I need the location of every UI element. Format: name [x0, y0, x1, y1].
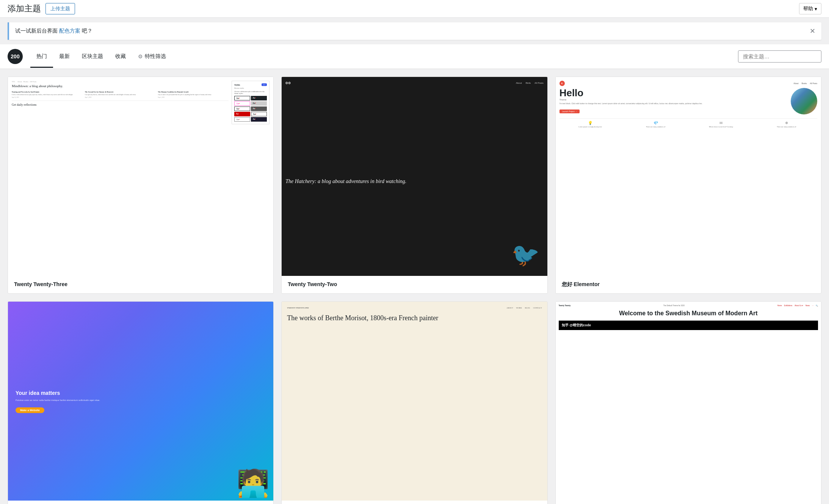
tab-newest[interactable]: 最新 [53, 50, 76, 63]
theme-name-tt21: Twenty Twenty-One [282, 501, 547, 504]
tab-favorites[interactable]: 收藏 [109, 50, 132, 63]
search-input[interactable] [738, 50, 821, 63]
astra-subtext: Pulvinar enim ac tortor nulla facilisi t… [16, 399, 266, 402]
chevron-down-icon: ▾ [815, 6, 817, 12]
header-left: 添加主题 上传主题 [8, 3, 75, 14]
theme-name-tt2: Twenty Twenty-Two [282, 276, 547, 293]
help-label: 帮助 [803, 5, 813, 12]
theme-count-badge: 200 [8, 49, 23, 64]
filter-tabs: 热门 最新 区块主题 收藏 ⚙ 特性筛选 [30, 50, 738, 63]
theme-preview-tt20: Twenty Twenty The Default Theme for 2020… [556, 302, 821, 501]
astra-cta-btn: Make a Website [16, 407, 44, 413]
theme-card-hello[interactable]: E AboutBooksAll Posts Hello Theme I'm te… [555, 77, 821, 294]
theme-preview-tt2: oo AboutBirdsAll Posts The Hatchery: a b… [282, 77, 547, 276]
theme-preview-tt21: TWENTY TWENTY-ONE ABOUTWORKBLOGCONTACT T… [282, 302, 547, 501]
tt3-blog-title: Mindblown: a blog about philosophy. [12, 84, 229, 88]
theme-card-tt3[interactable]: TT3 About Books All Posts Mindblown: a b… [8, 77, 274, 294]
theme-card-tt20[interactable]: Twenty Twenty The Default Theme for 2020… [555, 301, 821, 504]
notice-close-button[interactable]: ✕ [810, 27, 815, 35]
notice-text: 试一试新后台界面 配色方案 吧？ [15, 28, 92, 34]
theme-name-astra: Astra [8, 501, 273, 504]
tab-popular[interactable]: 热门 [30, 50, 53, 63]
notice-link[interactable]: 配色方案 [59, 28, 80, 34]
help-button[interactable]: 帮助 ▾ [799, 3, 821, 14]
theme-preview-astra: Your idea matters Pulvinar enim ac torto… [8, 302, 273, 501]
theme-card-tt21[interactable]: TWENTY TWENTY-ONE ABOUTWORKBLOGCONTACT T… [281, 301, 547, 504]
hello-launch-btn: Launch Project → [559, 110, 580, 113]
top-header: 添加主题 上传主题 帮助 ▾ [0, 0, 829, 18]
tt21-headline: The works of Berthe Morisot, 1800s-era F… [287, 313, 542, 323]
hello-big-text: Hello [559, 88, 789, 98]
theme-preview-hello: E AboutBooksAll Posts Hello Theme I'm te… [556, 77, 821, 276]
feature-filter-button[interactable]: ⚙ 特性筛选 [132, 50, 172, 63]
page-title: 添加主题 [8, 3, 41, 14]
themes-container: TT3 About Books All Posts Mindblown: a b… [0, 69, 829, 504]
themes-grid: TT3 About Books All Posts Mindblown: a b… [8, 77, 821, 504]
zhihu-watermark: 知乎 @晴空的code [562, 323, 815, 328]
gear-icon: ⚙ [138, 53, 143, 59]
notice-bar: 试一试新后台界面 配色方案 吧？ ✕ [8, 22, 821, 40]
theme-preview-tt3: TT3 About Books All Posts Mindblown: a b… [8, 77, 273, 276]
tt2-headline: The Hatchery: a blog about adventures in… [285, 177, 406, 185]
theme-name-tt20: Twenty Twenty [556, 501, 821, 504]
upload-theme-button[interactable]: 上传主题 [45, 3, 75, 14]
hello-theme-label: Theme [559, 99, 789, 101]
theme-name-hello: 您好 Elementor [556, 276, 821, 293]
filter-bar: 200 热门 最新 区块主题 收藏 ⚙ 特性筛选 [0, 44, 829, 69]
astra-heading: Your idea matters [16, 390, 266, 396]
theme-card-astra[interactable]: ✓ ✓ 已安装 Your idea matters Pulvinar enim … [8, 301, 274, 504]
tt20-headline: Welcome to the Swedish Museum of Modern … [559, 310, 818, 318]
theme-card-tt2[interactable]: oo AboutBirdsAll Posts The Hatchery: a b… [281, 77, 547, 294]
tab-block-themes[interactable]: 区块主题 [76, 50, 109, 63]
theme-name-tt3: Twenty Twenty-Three [8, 276, 273, 293]
